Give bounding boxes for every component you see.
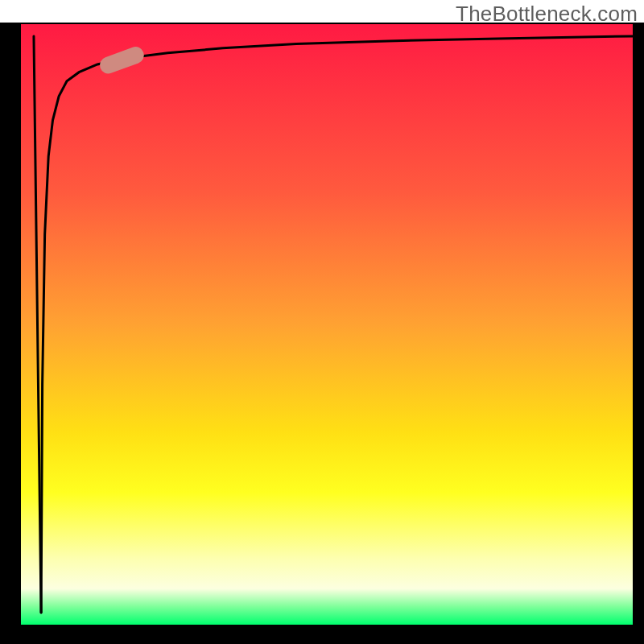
chart-container: TheBottleneck.com [0, 0, 644, 644]
chart-svg [0, 0, 644, 644]
plot-area [21, 24, 633, 625]
watermark-text: TheBottleneck.com [456, 2, 638, 27]
